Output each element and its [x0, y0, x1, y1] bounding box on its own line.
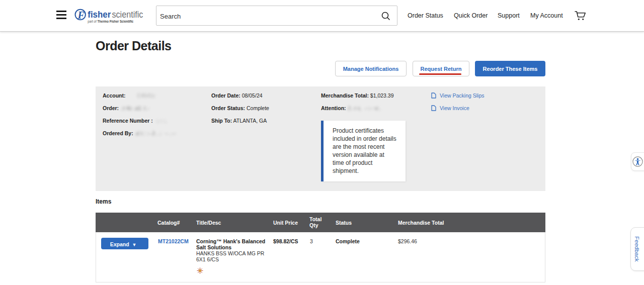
svg-text:scientific: scientific	[112, 9, 143, 20]
svg-text:F: F	[77, 10, 85, 21]
svg-text:part of Thermo Fisher Scientif: part of Thermo Fisher Scientific	[88, 20, 133, 24]
svg-text:fisher: fisher	[88, 9, 111, 20]
